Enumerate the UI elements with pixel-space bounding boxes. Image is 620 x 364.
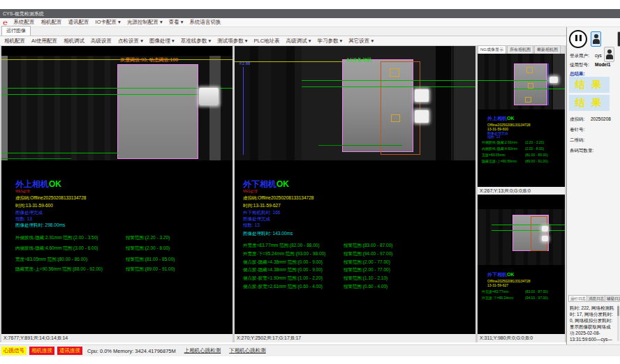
tab-roi-box: [528, 83, 533, 89]
model-value: Model1: [595, 62, 610, 67]
image-right-band: [209, 56, 221, 160]
tab-roi-box: [391, 114, 400, 122]
measure-value: 外宽度-下=95.24mm: [482, 296, 513, 300]
thumbnail-view-1[interactable]: 外上相机OK Offline20250208133134728 13-31-59…: [478, 54, 565, 187]
mid-mes-note: MES处理: [243, 189, 258, 193]
left-elapsed-text: 图像处理耗时: 298.00ms: [15, 222, 65, 229]
window-title: CYS-视觉检测系统: [3, 11, 44, 16]
measure-alarm: 报警范围:(2.00 - 77.00): [344, 267, 390, 273]
left-time: 时间:13-31-59-600: [15, 203, 53, 209]
measure-value: 侧点胶-隐藏=4.38mm 范围:(0.00 - 9.00): [243, 267, 323, 272]
mid-count-text: 报数: 13: [243, 222, 260, 229]
tool-advanced-debug[interactable]: 高级调试 ▾: [286, 38, 311, 45]
left-camera-image: 灰度阈值:93, 动态阈值:100: [1, 56, 232, 160]
thumb2-measure-row: 外宽度=83.77mm (83.00 - 87.00): [482, 289, 509, 294]
menu-item-io-config[interactable]: IO卡配置 ▾: [96, 19, 121, 26]
tool-plc-address-table[interactable]: PLC地址表: [254, 38, 280, 45]
camera-link-badge: 相机连接: [29, 347, 54, 355]
tool-image-processing[interactable]: 图像处理 ▾: [149, 38, 175, 45]
measure-alarm: 报警范围:(2.00 - 8.00): [126, 245, 170, 252]
admin-login-button[interactable]: [604, 47, 614, 62]
thumb2-coord-text: X:311;Y:980;R:0;G:0;B:0: [480, 335, 533, 340]
detection-line-green: [1, 153, 119, 153]
measure-alarm: 报警范围:(94.00 - 97.00): [344, 251, 392, 257]
measure-value: 侧点胶-胶宽=1.90mm 范围:(1.00 - 2.20): [243, 275, 323, 280]
log-tab-assist[interactable]: 辅助日志: [605, 295, 620, 302]
measure-value: 隐藏宽度-上=90.56mm: [482, 159, 517, 163]
upper-camera-heartbeat-link[interactable]: 上相机心跳检测: [184, 347, 221, 354]
heartbeat-badge: 心跳信号: [1, 347, 27, 355]
measurement-row: 侧点胶-胶宽=2.61mm 范围:(0.60 - 4.00) 报警范围:(0.6…: [243, 284, 475, 290]
measure-alarm: (2.00 - 8.00): [525, 146, 544, 151]
left-status-ok: OK: [49, 179, 61, 189]
tool-camera-debug[interactable]: 相机调试: [64, 38, 84, 45]
exit-button[interactable]: →: [617, 31, 620, 47]
thumb1-image: [478, 54, 565, 109]
menu-item-language-switch[interactable]: 系统语言切换: [190, 19, 221, 26]
left-virtual-code: 虚拟码:Offline20250208133134728: [15, 195, 86, 202]
measurement-row: 隐藏宽度-上=90.56mm 范围:(88.00 - 92.00) 报警范围:(…: [15, 266, 232, 273]
camera-view-outer-lower[interactable]: F2.88 A1设备相机 外下相机OK MES处理 虚拟码:Offline202…: [235, 46, 475, 334]
camera-overlay-label: A1设备相机: [346, 56, 372, 63]
measure-value: 宽度=83.05mm: [482, 153, 505, 157]
tab-row: 运行图像: [0, 27, 566, 36]
tab-run-image[interactable]: 运行图像: [1, 26, 31, 36]
menu-item-camera-config[interactable]: 相机配置: [41, 19, 62, 26]
measurement-row: 侧点胶-隐藏=4.38mm 范围:(0.00 - 9.00) 报警范围:(2.0…: [243, 267, 475, 273]
tool-other-settings[interactable]: 其它设置 ▾: [348, 38, 374, 45]
log-tab-run[interactable]: 运行日志: [568, 295, 588, 302]
tool-camera-config[interactable]: 相机配置: [4, 38, 25, 45]
measure-alarm: (81.00 - 85.00): [525, 153, 548, 157]
camera-view-outer-upper[interactable]: 灰度阈值:93, 动态阈值:100 外上相机OK MES处理 虚拟码:Offli…: [1, 46, 232, 334]
measure-alarm: 报警范围:(0.60 - 4.00): [344, 284, 388, 290]
mid-status-ok: OK: [276, 179, 289, 189]
thumb2-coord-bar: X:311;Y:980;R:0;G:0;B:0: [478, 334, 565, 342]
log-tab-message[interactable]: 消息日志: [586, 295, 606, 302]
log-scrollbar[interactable]: [617, 305, 619, 341]
measure-alarm: 报警范围:(2.00 - 77.00): [344, 259, 390, 266]
measurement-row: 侧点胶-隐藏=4.38mm 范围:(0.00 - 9.00) 报警范围:(2.0…: [243, 259, 475, 266]
left-camera-name: 外上相机: [15, 179, 49, 189]
main-area: 灰度阈值:93, 动态阈值:100 外上相机OK MES处理 虚拟码:Offli…: [0, 46, 566, 342]
tab-roi-box: [390, 68, 399, 77]
app-logo-icon: ℮: [3, 19, 8, 26]
detection-line-green: [1, 158, 71, 159]
tab-roi-box: [526, 67, 533, 73]
title-bar: CYS-视觉检测系统: [0, 9, 620, 18]
menu-item-comm-config[interactable]: 通讯配置: [68, 19, 89, 26]
detection-line-green: [514, 89, 565, 89]
mid-coord-text: X:270;Y:2502;R:17;G:17;B:17: [237, 335, 301, 340]
left-coord-bar: X:7677;Y:891;R:14;G:14;B:14: [1, 334, 232, 342]
menu-item-light-config[interactable]: 光源控制配置 ▾: [127, 19, 163, 26]
pause-icon: [575, 35, 577, 41]
measurement-row: 外宽度-下=95.24mm 范围:(93.00 - 98.00) 报警范围:(9…: [243, 251, 475, 257]
thumbnail-view-2[interactable]: 外下相机OK Offline20250208133134728 13-31-59…: [478, 195, 565, 334]
menu-item-system-config[interactable]: 系统配置: [14, 19, 35, 26]
measure-alarm: (94.00 - 97.00): [525, 296, 548, 300]
measure-alarm: 报警范围:(1.10 - 2.10): [344, 275, 388, 282]
mid-time: 时间:13-31-59-627: [243, 203, 281, 209]
pause-button[interactable]: [569, 30, 587, 48]
measure-value: 外宽度-下=95.24mm 范围:(93.00 - 98.00): [243, 251, 325, 256]
comm-link-badge: 通讯连接: [57, 347, 82, 355]
menu-item-view[interactable]: 查看 ▾: [169, 19, 184, 26]
tool-learning-params[interactable]: 学习参数 ▾: [317, 38, 342, 45]
roi-rect-orange: [381, 61, 420, 155]
tool-ai-usage-config[interactable]: AI使用配置: [31, 38, 57, 45]
measure-value: 外宽度=83.77mm 范围:(82.00 - 88.00): [243, 243, 320, 248]
measure-value: 内侧胶线-隐藏:4.60mm 范围:(3.00 - 6.00): [15, 245, 98, 250]
tool-spotcheck-settings[interactable]: 点检设置 ▾: [118, 38, 143, 45]
model-label: 使用型号:: [570, 62, 589, 68]
left-done-text: 图像处理完成: [15, 210, 43, 216]
qr-code-label: 二维码:: [570, 137, 584, 144]
tool-baseline-params[interactable]: 基准线参数 ▾: [181, 38, 211, 45]
thumb2-time: 13-31-59-627: [487, 283, 508, 287]
lower-camera-heartbeat-link[interactable]: 下相机心跳检测: [229, 347, 266, 354]
thumb1-title: 外上相机OK: [487, 115, 515, 122]
detection-line-green: [302, 86, 475, 87]
operator-login-button[interactable]: [591, 31, 601, 47]
tool-advanced-settings[interactable]: 高级设置: [91, 38, 112, 45]
mid-camera-name: 外下相机: [243, 179, 276, 189]
tool-test-params[interactable]: 测试项参数 ▾: [217, 38, 247, 45]
thumb1-measure-row: 隐藏宽度-上=90.56mm (89.00 - 91.00): [482, 159, 517, 163]
